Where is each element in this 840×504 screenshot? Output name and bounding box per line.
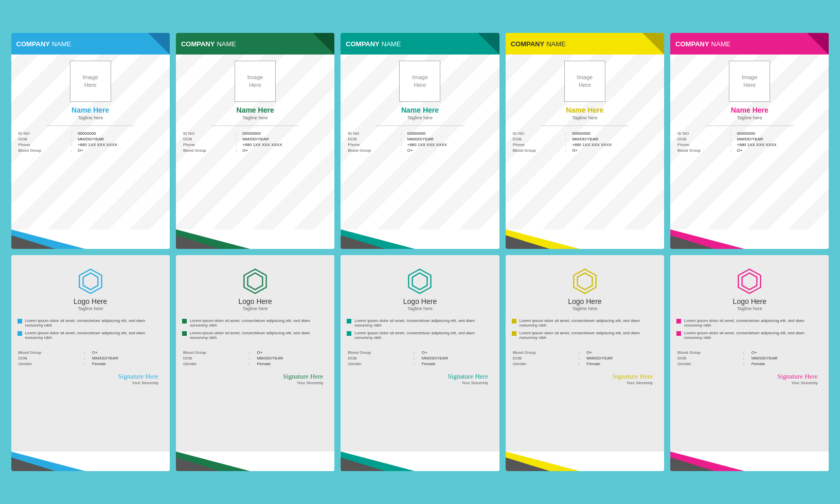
photo-box-teal: Image Here [399,61,440,102]
sincerely-blue: Your Sincerely [132,381,158,385]
table-row: ID NO:00000000 [19,131,163,136]
back-body-yellow: Logo Here Tagline here Lorem ipsum dolor… [506,255,664,452]
name-yellow: Name Here [566,106,603,114]
card-body-yellow: Image Here Name Here Tagline here ID NO:… [506,55,664,229]
tagline-teal: Tagline here [407,115,433,120]
info-text-2-blue: Lorem ipsum dolor sit amet, consectetuer… [25,331,164,340]
hexagon-logo-pink [736,267,763,295]
cards-grid: COMPANY NAME Image Here Name Here Taglin… [11,33,829,471]
logo-light-green: Here [255,297,272,305]
corner-triangle-pink [807,33,829,55]
image-line1-yellow: Image [577,74,593,81]
card-header-blue: COMPANY NAME [11,33,170,55]
sincerely-pink: Your Sincerely [791,381,817,385]
tagline-yellow: Tagline here [572,115,597,120]
info-text-1-green: Lorem ipsum dolor sit amet, consectetuer… [190,318,328,328]
dot-2-teal [347,331,351,336]
card-footer-teal [341,229,499,249]
image-line1-teal: Image [412,74,428,81]
card-body-green: Image Here Name Here Tagline here ID NO:… [176,55,334,229]
info-item-2-pink: Lorem ipsum dolor sit amet, consectetuer… [676,331,823,340]
svg-marker-3 [248,273,263,290]
name-green: Name Here [237,106,274,114]
table-row: Blood Group:O+ [513,148,657,153]
table-row: DOB:MM/DD/YEAR [19,137,163,141]
table-row: DOB:MM/DD/YEAR [513,137,657,141]
info-table-green: ID NO:00000000 DOB:MM/DD/YEAR Phone:+880… [182,130,328,154]
logo-text-green: Logo Here [238,297,272,305]
table-row: DOB:MM/DD/YEAR [19,356,163,361]
info-text-1-teal: Lorem ipsum dolor sit amet, consectetuer… [354,318,493,328]
photo-box-green: Image Here [235,61,276,102]
info-text-2-teal: Lorem ipsum dolor sit amet, consectetuer… [354,331,493,340]
info-item-1-blue: Lorem ipsum dolor sit amet, consectetuer… [17,318,164,328]
table-row: Gender:Female [183,362,327,366]
svg-marker-5 [413,273,427,290]
dot-1-green [182,319,187,323]
image-line1-blue: Image [82,74,98,81]
table-row: ID NO:00000000 [183,131,327,136]
info-items-teal: Lorem ipsum dolor sit amet, consectetuer… [347,318,493,343]
info-item-1-teal: Lorem ipsum dolor sit amet, consectetuer… [347,318,493,328]
image-line2-green: Here [249,81,261,89]
info-table-blue: ID NO:00000000 DOB:MM/DD/YEAR Phone:+880… [17,130,164,154]
logo-bold-blue: Logo [74,297,90,305]
table-row: Phone:+880 1XX XXX XXXX [19,142,163,147]
image-line2-pink: Here [743,81,756,89]
company-light-green: NAME [217,40,236,48]
logo-light-blue: Here [90,297,107,305]
table-row: Blood Group:O+ [19,350,163,355]
card-footer-pink [670,229,829,249]
card-front-green: COMPANY NAME Image Here Name Here Taglin… [176,33,334,249]
info-text-2-pink: Lorem ipsum dolor sit amet, consectetuer… [684,331,823,340]
info-text-1-blue: Lorem ipsum dolor sit amet, consectetuer… [25,318,164,328]
image-line1-pink: Image [742,74,758,81]
corner-triangle-green [313,33,334,55]
table-row: ID NO:00000000 [677,131,821,136]
divider-blue [46,125,134,126]
back-info-table-blue: Blood Group:O+ DOB:MM/DD/YEAR Gender:Fem… [17,349,164,367]
image-line1-green: Image [247,74,263,81]
company-bold-green: COMPANY [181,40,215,48]
company-bold-blue: COMPANY [16,40,50,48]
info-item-2-teal: Lorem ipsum dolor sit amet, consectetuer… [347,331,493,340]
card-back-pink: Logo Here Tagline here Lorem ipsum dolor… [670,255,829,471]
company-bold-yellow: COMPANY [511,40,544,48]
photo-box-pink: Image Here [729,61,770,102]
info-items-green: Lorem ipsum dolor sit amet, consectetuer… [182,318,328,343]
back-body-green: Logo Here Tagline here Lorem ipsum dolor… [176,255,334,452]
back-footer-teal [341,452,499,471]
company-light-yellow: NAME [546,40,566,48]
svg-marker-7 [577,273,592,290]
info-item-1-yellow: Lorem ipsum dolor sit amet, consectetuer… [512,318,658,328]
back-info-table-pink: Blood Group:O+ DOB:MM/DD/YEAR Gender:Fem… [676,349,823,367]
table-row: DOB:MM/DD/YEAR [348,137,492,141]
info-item-2-blue: Lorem ipsum dolor sit amet, consectetuer… [17,331,164,340]
info-table-teal: ID NO:00000000 DOB:MM/DD/YEAR Phone:+880… [347,130,493,154]
photo-box-blue: Image Here [70,61,111,102]
divider-yellow [541,125,629,126]
back-body-pink: Logo Here Tagline here Lorem ipsum dolor… [670,255,829,452]
table-row: Blood Group:O+ [348,350,492,355]
card-header-teal: COMPANY NAME [341,33,499,55]
back-body-teal: Logo Here Tagline here Lorem ipsum dolor… [341,255,499,452]
signature-text-yellow: Signature Here [613,372,653,381]
table-row: ID NO:00000000 [513,131,657,136]
logo-bold-teal: Logo [403,297,419,305]
dot-1-teal [347,319,351,323]
signature-area-pink: Signature Here Your Sincerely [676,372,823,385]
logo-light-teal: Here [419,297,437,305]
back-tagline-blue: Tagline here [78,306,103,311]
back-tagline-pink: Tagline here [737,306,762,311]
card-header-green: COMPANY NAME [176,33,334,55]
table-row: DOB:MM/DD/YEAR [183,356,327,361]
image-line2-blue: Here [84,81,97,89]
logo-light-yellow: Here [584,297,601,305]
back-footer-pink [670,452,829,471]
card-front-blue: COMPANY NAME Image Here Name Here Taglin… [11,33,170,249]
dot-1-yellow [512,319,516,323]
info-item-1-pink: Lorem ipsum dolor sit amet, consectetuer… [676,318,823,328]
hexagon-logo-teal [406,267,434,295]
back-tagline-yellow: Tagline here [572,306,597,311]
logo-text-blue: Logo Here [74,297,107,305]
